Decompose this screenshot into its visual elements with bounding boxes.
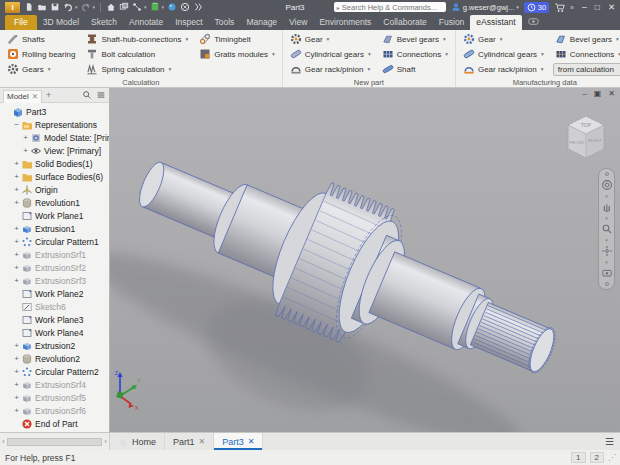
ribbon-tab-view[interactable]: View	[283, 15, 313, 30]
zoom-icon[interactable]	[601, 223, 613, 235]
navbar-flyout-icon[interactable]: ▾	[605, 194, 608, 198]
search-icon[interactable]	[82, 90, 92, 100]
open-icon[interactable]	[37, 2, 47, 12]
tree-item-extrusionsrf2[interactable]: +ExtrusionSrf2	[0, 261, 109, 274]
combo-from-calculation[interactable]: from calculation▾	[553, 63, 620, 76]
pan-icon[interactable]	[601, 201, 613, 213]
tree-item-circular-pattern2[interactable]: +Circular Pattern2	[0, 365, 109, 378]
ribbon-tab-inspect[interactable]: Inspect	[169, 15, 208, 30]
tree-item-work-plane3[interactable]: Work Plane3	[0, 313, 109, 326]
doc-restore-button[interactable]: ▣	[594, 89, 602, 98]
save-icon[interactable]	[50, 2, 60, 12]
user-account-button[interactable]: g.weser@gwj... ▾	[451, 2, 519, 12]
search-input[interactable]	[342, 3, 443, 12]
expander-icon[interactable]: +	[12, 380, 21, 389]
ribbon-tab-environments[interactable]: Environments	[313, 15, 377, 30]
undo-icon[interactable]	[63, 2, 73, 12]
status-button-1[interactable]: 1	[571, 452, 585, 463]
menu-icon[interactable]	[96, 90, 106, 100]
navbar-flyout-icon[interactable]: ▾	[605, 238, 608, 242]
redo-dropdown-icon[interactable]: ▾	[93, 4, 96, 10]
scroll-right-icon[interactable]: ›	[104, 437, 107, 446]
ribbon-tab-collaborate[interactable]: Collaborate	[377, 15, 432, 30]
close-tab-icon[interactable]: ✕	[248, 437, 255, 446]
button-connections[interactable]: Connections▾	[380, 47, 450, 61]
button-shaft-hub-connections[interactable]: Shaft-hub-connections▾	[84, 32, 190, 46]
expander-icon[interactable]: +	[12, 341, 21, 350]
button-gear[interactable]: Gear▾	[288, 32, 373, 46]
tree-item-revolution1[interactable]: +Revolution1	[0, 196, 109, 209]
button-timingbelt[interactable]: Timingbelt	[197, 32, 277, 46]
tree-item-part3[interactable]: Part3	[0, 105, 109, 118]
browser-tab-model[interactable]: Model ✕	[3, 90, 42, 103]
close-tab-icon[interactable]: ✕	[199, 437, 206, 446]
doc-minimize-button[interactable]: ‒	[582, 89, 586, 98]
navbar-flyout-icon[interactable]: ▾	[605, 260, 608, 264]
tree-item-representations[interactable]: −Representations	[0, 118, 109, 131]
material-dropdown-icon[interactable]: ▾	[162, 4, 165, 10]
doc-close-button[interactable]: ✕	[608, 89, 615, 98]
expander-icon[interactable]: −	[12, 120, 21, 129]
ribbon-options-icon[interactable]	[528, 16, 539, 27]
model-canvas[interactable]	[110, 88, 620, 432]
expander-icon[interactable]: +	[12, 393, 21, 402]
orbit-icon[interactable]	[601, 245, 613, 257]
button-gear-rack-pinion[interactable]: Gear rack/pinion▾	[288, 62, 373, 76]
tree-item-extrusion1[interactable]: +Extrusion1	[0, 222, 109, 235]
tree-item-end-of-part[interactable]: End of Part	[0, 417, 109, 430]
tree-item-model-state-primary-[interactable]: +Model State: [Primary]	[0, 131, 109, 144]
expander-icon[interactable]: +	[12, 224, 21, 233]
tree-item-work-plane2[interactable]: Work Plane2	[0, 287, 109, 300]
navbar-handle-icon[interactable]	[605, 172, 609, 176]
button-spring-calculation[interactable]: Spring calculation▾	[84, 62, 190, 76]
button-bevel-gears[interactable]: Bevel gears▾	[380, 32, 450, 46]
button-bolt-calculation[interactable]: Bolt calculation	[84, 47, 190, 61]
ribbon-tab-eassistant[interactable]: eAssistant	[470, 15, 521, 30]
button-rolling-bearing[interactable]: Rolling bearing	[5, 47, 77, 61]
ribbon-tab-3d-model[interactable]: 3D Model	[37, 15, 85, 30]
tree-item-work-plane4[interactable]: Work Plane4	[0, 326, 109, 339]
undo-dropdown-icon[interactable]: ▾	[75, 4, 78, 10]
ribbon-tab-file[interactable]: File	[5, 15, 37, 30]
navbar-flyout-icon[interactable]: ▾	[605, 216, 608, 220]
ribbon-tab-tools[interactable]: Tools	[209, 15, 241, 30]
expander-icon[interactable]: +	[21, 146, 30, 155]
button-gear-rack-pinion[interactable]: Gear rack/pinion▾	[461, 62, 546, 76]
expander-icon[interactable]: +	[12, 172, 21, 181]
button-shafts[interactable]: Shafts	[5, 32, 77, 46]
viewport[interactable]: ‒ ▣ ✕ TOPFRONTRIGHT ▾▾▾▾ ZYX	[110, 88, 620, 432]
document-tab-part1[interactable]: Part1✕	[165, 433, 214, 450]
expander-icon[interactable]: +	[12, 367, 21, 376]
expander-icon[interactable]: +	[12, 263, 21, 272]
tab-list-menu-icon[interactable]: ☰	[599, 433, 620, 450]
overflow-chevrons-icon[interactable]: »	[570, 4, 573, 11]
resize-grip-icon[interactable]: ⋰	[608, 453, 615, 462]
tree-item-surface-bodies-6-[interactable]: +Surface Bodies(6)	[0, 170, 109, 183]
view-cube[interactable]: TOPFRONTRIGHT	[558, 108, 614, 166]
button-shaft[interactable]: Shaft	[380, 62, 450, 76]
button-connections[interactable]: Connections▾	[553, 47, 620, 61]
tree-item-extrusionsrf5[interactable]: +ExtrusionSrf5	[0, 391, 109, 404]
tree-item-extrusionsrf3[interactable]: +ExtrusionSrf3	[0, 274, 109, 287]
document-tab-home[interactable]: Home	[110, 433, 165, 450]
button-bevel-gears[interactable]: Bevel gears▾	[553, 32, 620, 46]
expander-icon[interactable]: +	[12, 198, 21, 207]
scroll-left-icon[interactable]: ‹	[2, 437, 5, 446]
button-gears[interactable]: Gears▾	[5, 62, 77, 76]
search-box[interactable]: ▸	[334, 2, 446, 12]
add-browser-tab-button[interactable]: +	[46, 90, 51, 100]
browser-horizontal-scrollbar[interactable]: ‹ ›	[0, 433, 110, 450]
trial-days-badge[interactable]: 30	[524, 2, 549, 13]
navbar-handle-icon[interactable]	[605, 282, 609, 286]
tree-item-extrusionsrf6[interactable]: +ExtrusionSrf6	[0, 404, 109, 417]
tree-item-extrusion2[interactable]: +Extrusion2	[0, 339, 109, 352]
tree-item-solid-bodies-1-[interactable]: +Solid Bodies(1)	[0, 157, 109, 170]
expander-icon[interactable]: +	[12, 406, 21, 415]
ribbon-tab-fusion[interactable]: Fusion	[433, 15, 471, 30]
material-icon[interactable]	[150, 2, 160, 12]
ribbon-tab-manage[interactable]: Manage	[240, 15, 283, 30]
ribbon-tab-annotate[interactable]: Annotate	[123, 15, 169, 30]
expander-icon[interactable]: +	[12, 276, 21, 285]
tree-item-origin[interactable]: +Origin	[0, 183, 109, 196]
more-icon[interactable]	[193, 2, 203, 12]
